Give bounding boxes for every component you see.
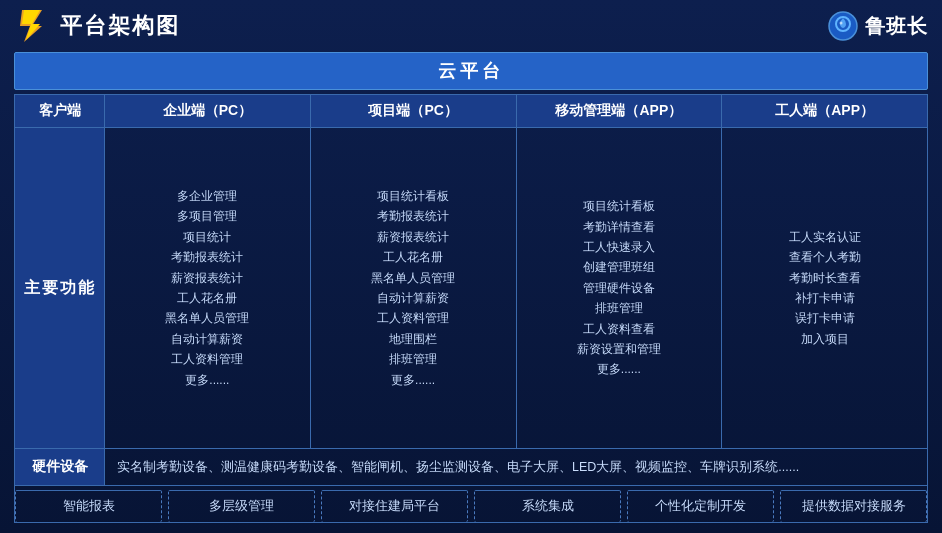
- col-header-client: 客户端: [15, 95, 105, 127]
- project-feature-list: 项目统计看板考勤报表统计薪资报表统计工人花名册黑名单人员管理自动计算薪资工人资料…: [371, 186, 455, 390]
- brand-logo: 鲁班长: [827, 10, 928, 42]
- mobile-feature-list: 项目统计看板考勤详情查看工人快速录入创建管理班组管理硬件设备排班管理工人资料查看…: [577, 196, 661, 380]
- hardware-row: 硬件设备 实名制考勤设备、测温健康码考勤设备、智能闸机、扬尘监测设备、电子大屏、…: [15, 449, 927, 486]
- page-title: 平台架构图: [60, 11, 180, 41]
- worker-feature-list: 工人实名认证查看个人考勤考勤时长查看补打卡申请误打卡申请加入项目: [789, 227, 861, 349]
- mobile-features-cell: 项目统计看板考勤详情查看工人快速录入创建管理班组管理硬件设备排班管理工人资料查看…: [517, 128, 723, 448]
- column-headers: 客户端 企业端（PC） 项目端（PC） 移动管理端（APP） 工人端（APP）: [15, 95, 927, 128]
- col-header-worker: 工人端（APP）: [722, 95, 927, 127]
- hardware-label: 硬件设备: [15, 449, 105, 485]
- main-features-row: 主要功能 多企业管理多项目管理项目统计考勤报表统计薪资报表统计工人花名册黑名单人…: [15, 128, 927, 449]
- header: 平台架构图 鲁班长: [14, 8, 928, 52]
- cloud-banner: 云平台: [14, 52, 928, 90]
- brand-name: 鲁班长: [865, 13, 928, 40]
- bottom-feature-5: 个性化定制开发: [627, 490, 774, 522]
- header-left: 平台架构图: [14, 8, 180, 44]
- main-function-label: 主要功能: [15, 128, 105, 448]
- col-header-enterprise: 企业端（PC）: [105, 95, 311, 127]
- enterprise-feature-list: 多企业管理多项目管理项目统计考勤报表统计薪资报表统计工人花名册黑名单人员管理自动…: [165, 186, 249, 390]
- brand-icon: [827, 10, 859, 42]
- enterprise-features-cell: 多企业管理多项目管理项目统计考勤报表统计薪资报表统计工人花名册黑名单人员管理自动…: [105, 128, 311, 448]
- logo-icon: [14, 8, 50, 44]
- worker-features-cell: 工人实名认证查看个人考勤考勤时长查看补打卡申请误打卡申请加入项目: [722, 128, 927, 448]
- app-container: 平台架构图 鲁班长 云平台 客户端 企业端（PC） 项目端（PC） 移动管理端（…: [0, 0, 942, 533]
- svg-point-4: [840, 22, 843, 25]
- project-features-cell: 项目统计看板考勤报表统计薪资报表统计工人花名册黑名单人员管理自动计算薪资工人资料…: [311, 128, 517, 448]
- col-header-mobile: 移动管理端（APP）: [517, 95, 723, 127]
- hardware-content: 实名制考勤设备、测温健康码考勤设备、智能闸机、扬尘监测设备、电子大屏、LED大屏…: [105, 449, 927, 485]
- bottom-features: 智能报表 多层级管理 对接住建局平台 系统集成 个性化定制开发 提供数据对接服务: [15, 486, 927, 522]
- col-header-project: 项目端（PC）: [311, 95, 517, 127]
- main-table: 客户端 企业端（PC） 项目端（PC） 移动管理端（APP） 工人端（APP） …: [14, 94, 928, 523]
- bottom-feature-2: 多层级管理: [168, 490, 315, 522]
- bottom-feature-3: 对接住建局平台: [321, 490, 468, 522]
- bottom-feature-4: 系统集成: [474, 490, 621, 522]
- bottom-feature-6: 提供数据对接服务: [780, 490, 927, 522]
- bottom-feature-1: 智能报表: [15, 490, 162, 522]
